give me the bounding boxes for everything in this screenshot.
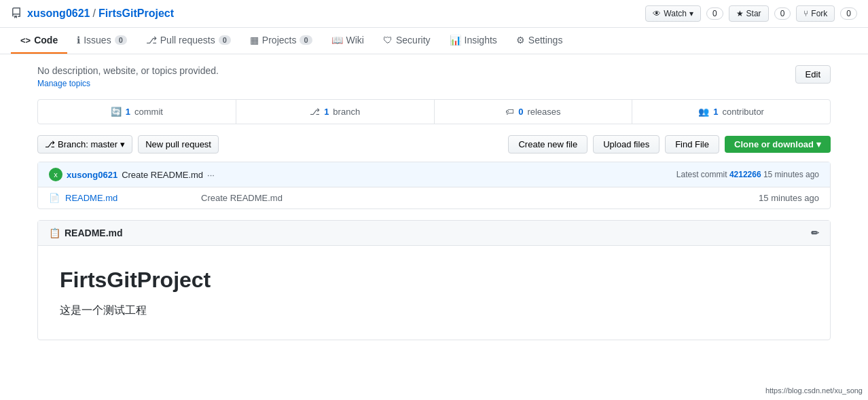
stat-contributors: 👥 1 contributor: [632, 100, 830, 124]
latest-commit-row: x xusong0621 Create README.md ··· Latest…: [38, 162, 830, 187]
file-commit-message: Create README.md: [201, 193, 738, 203]
commit-message: Create README.md: [122, 170, 203, 180]
commit-dots[interactable]: ···: [207, 170, 215, 180]
star-button[interactable]: ★ Star: [729, 5, 769, 22]
pull-requests-icon: ⎇: [146, 35, 157, 46]
commit-time: 15 minutes ago: [763, 170, 819, 179]
star-label: Star: [746, 9, 761, 18]
tab-settings[interactable]: ⚙ Settings: [507, 28, 573, 54]
clone-label: Clone or download: [734, 139, 814, 149]
watch-button[interactable]: 👁 Watch ▾: [645, 5, 701, 22]
commits-icon: 🔄: [111, 107, 122, 117]
tab-issues-label: Issues: [84, 35, 111, 46]
new-pull-request-button[interactable]: New pull request: [138, 135, 219, 153]
code-icon: <>: [20, 35, 31, 46]
pull-requests-badge: 0: [219, 35, 231, 45]
projects-icon: ▦: [250, 35, 259, 46]
readme-project-title: FirtsGitProject: [60, 268, 808, 293]
contributors-icon: 👥: [698, 107, 709, 117]
star-icon: ★: [736, 9, 744, 18]
readme-header-icon: 📋: [49, 228, 60, 238]
readme-body-text: 这是一个测试工程: [60, 304, 808, 318]
readme-title-label: README.md: [65, 228, 123, 238]
wiki-icon: 📖: [331, 35, 343, 46]
manage-topics-link[interactable]: Manage topics: [37, 79, 219, 88]
watch-dropdown-icon: ▾: [689, 9, 693, 18]
commits-label: commit: [134, 107, 163, 117]
latest-commit-label: Latest commit: [676, 170, 727, 179]
create-new-file-button[interactable]: Create new file: [508, 135, 587, 153]
watch-label: Watch: [664, 9, 687, 18]
insights-icon: 📊: [450, 35, 461, 46]
commits-count[interactable]: 1: [126, 107, 130, 117]
branch-selector[interactable]: ⎇ Branch: master ▾: [37, 135, 132, 153]
releases-label: releases: [527, 107, 560, 117]
projects-badge: 0: [300, 35, 312, 45]
tab-wiki-label: Wiki: [346, 35, 364, 46]
releases-icon: 🏷: [505, 107, 514, 117]
stat-releases: 🏷 0 releases: [435, 100, 633, 124]
readme-header: 📋 README.md ✏: [38, 221, 830, 246]
branches-label: branch: [333, 107, 360, 117]
clone-dropdown-icon: ▾: [816, 139, 821, 149]
tab-insights[interactable]: 📊 Insights: [440, 28, 507, 54]
branches-icon: ⎇: [310, 107, 320, 117]
stats-bar: 🔄 1 commit ⎇ 1 branch 🏷 0 releases 👥 1 c…: [37, 99, 831, 124]
tab-code-label: Code: [34, 35, 58, 46]
readme-section: 📋 README.md ✏ FirtsGitProject 这是一个测试工程: [37, 220, 831, 340]
star-count: 0: [774, 7, 791, 20]
branch-dropdown-icon: ▾: [120, 139, 125, 149]
edit-button[interactable]: Edit: [795, 65, 831, 84]
stat-branches: ⎇ 1 branch: [236, 100, 435, 124]
contributors-count[interactable]: 1: [713, 107, 718, 117]
upload-files-button[interactable]: Upload files: [593, 135, 659, 153]
tab-wiki[interactable]: 📖 Wiki: [322, 28, 374, 54]
repo-name[interactable]: FirtsGitProject: [98, 7, 174, 20]
repo-title: xusong0621 / FirtsGitProject: [11, 7, 174, 20]
commit-row-right: Latest commit 4212266 15 minutes ago: [676, 170, 819, 179]
find-file-button[interactable]: Find File: [665, 135, 719, 153]
tab-projects[interactable]: ▦ Projects 0: [240, 28, 322, 54]
table-row: 📄 README.md Create README.md 15 minutes …: [38, 187, 830, 208]
top-bar: xusong0621 / FirtsGitProject 👁 Watch ▾ 0…: [0, 0, 868, 28]
repo-actions: 👁 Watch ▾ 0 ★ Star 0 ⑂ Fork 0: [645, 5, 857, 22]
commit-user-link[interactable]: xusong0621: [67, 170, 117, 180]
contributors-label: contributor: [723, 107, 764, 117]
description-text: No description, website, or topics provi…: [37, 65, 219, 76]
tab-security-label: Security: [396, 35, 431, 46]
fork-button[interactable]: ⑂ Fork: [796, 5, 835, 22]
fork-label: Fork: [811, 9, 827, 18]
fork-count: 0: [840, 7, 857, 20]
clone-download-button[interactable]: Clone or download ▾: [725, 136, 831, 153]
file-icon: 📄: [49, 193, 60, 203]
file-name-link[interactable]: README.md: [65, 193, 201, 203]
toolbar-right: Create new file Upload files Find File C…: [508, 135, 831, 153]
branch-icon: ⎇: [45, 139, 55, 149]
repo-separator: /: [92, 7, 95, 20]
releases-count[interactable]: 0: [518, 107, 523, 117]
issues-badge: 0: [115, 35, 127, 45]
tab-code[interactable]: <> Code: [11, 28, 67, 54]
commit-hash[interactable]: 4212266: [729, 170, 761, 179]
issues-icon: ℹ: [77, 35, 80, 46]
file-time: 15 minutes ago: [738, 193, 819, 203]
stat-commits: 🔄 1 commit: [38, 100, 236, 124]
repo-owner[interactable]: xusong0621: [27, 7, 90, 20]
toolbar: ⎇ Branch: master ▾ New pull request Crea…: [37, 135, 831, 153]
tab-pull-requests[interactable]: ⎇ Pull requests 0: [137, 28, 240, 54]
watch-count: 0: [706, 7, 723, 20]
toolbar-left: ⎇ Branch: master ▾ New pull request: [37, 135, 219, 153]
readme-header-left: 📋 README.md: [49, 228, 123, 238]
tab-pull-requests-label: Pull requests: [160, 35, 215, 46]
tab-security[interactable]: 🛡 Security: [374, 28, 440, 54]
description-left: No description, website, or topics provi…: [37, 65, 219, 88]
tab-issues[interactable]: ℹ Issues 0: [67, 28, 137, 54]
tab-projects-label: Projects: [262, 35, 297, 46]
branches-count[interactable]: 1: [324, 107, 329, 117]
repo-icon: [11, 7, 22, 20]
file-table: x xusong0621 Create README.md ··· Latest…: [37, 162, 831, 209]
readme-edit-icon[interactable]: ✏: [811, 228, 819, 238]
readme-content: FirtsGitProject 这是一个测试工程: [38, 246, 830, 340]
fork-icon: ⑂: [803, 9, 808, 18]
settings-icon: ⚙: [516, 35, 525, 46]
